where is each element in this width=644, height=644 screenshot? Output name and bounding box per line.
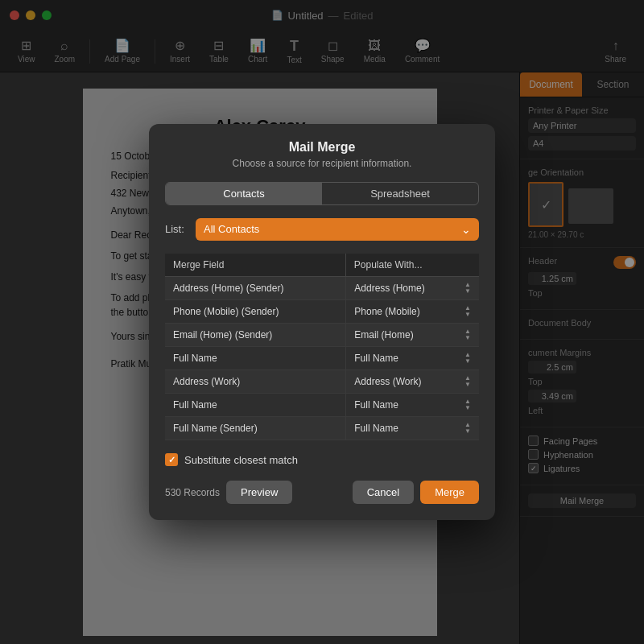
merge-field-cell: Address (Work) — [165, 370, 345, 394]
substitute-label: Substitute closest match — [184, 454, 298, 466]
merge-field-cell: Full Name — [165, 394, 345, 417]
stepper-icon[interactable]: ▲▼ — [464, 352, 471, 365]
populate-with-cell[interactable]: Full Name▲▼ — [345, 394, 479, 417]
stepper-icon[interactable]: ▲▼ — [464, 328, 471, 341]
list-label: List: — [165, 223, 189, 235]
table-row: Full NameFull Name▲▼ — [165, 394, 479, 417]
dialog-title: Mail Merge — [165, 140, 479, 155]
modal-overlay: Mail Merge Choose a source for recipient… — [0, 0, 644, 644]
merge-field-cell: Full Name (Sender) — [165, 417, 345, 440]
preview-button[interactable]: Preview — [226, 481, 292, 504]
merge-field-cell: Email (Home) (Sender) — [165, 324, 345, 347]
table-row: Full NameFull Name▲▼ — [165, 347, 479, 370]
populate-with-cell[interactable]: Address (Work)▲▼ — [345, 370, 479, 394]
records-count: 530 Records — [165, 487, 220, 498]
stepper-icon[interactable]: ▲▼ — [464, 398, 471, 411]
substitute-checkbox[interactable] — [165, 453, 178, 466]
merge-button[interactable]: Merge — [420, 481, 479, 504]
col-merge-field: Merge Field — [165, 254, 345, 277]
cancel-button[interactable]: Cancel — [353, 481, 414, 504]
populate-with-cell[interactable]: Email (Home)▲▼ — [345, 324, 479, 347]
table-row: Email (Home) (Sender)Email (Home)▲▼ — [165, 324, 479, 347]
table-row: Address (Home) (Sender)Address (Home)▲▼ — [165, 276, 479, 300]
table-row: Address (Work)Address (Work)▲▼ — [165, 370, 479, 394]
source-tabs: Contacts Spreadsheet — [165, 182, 479, 205]
merge-field-cell: Address (Home) (Sender) — [165, 276, 345, 300]
substitute-row: Substitute closest match — [165, 453, 479, 466]
stepper-icon[interactable]: ▲▼ — [464, 305, 471, 318]
tab-spreadsheet[interactable]: Spreadsheet — [322, 183, 478, 204]
list-row: List: All Contacts ⌄ — [165, 218, 479, 241]
stepper-icon[interactable]: ▲▼ — [464, 282, 471, 295]
col-populate-with: Populate With... — [345, 254, 479, 277]
populate-with-cell[interactable]: Address (Home)▲▼ — [345, 277, 479, 300]
dialog-subtitle: Choose a source for recipient informatio… — [165, 158, 479, 169]
merge-field-cell: Full Name — [165, 347, 345, 370]
merge-field-cell: Phone (Mobile) (Sender) — [165, 300, 345, 324]
dialog-footer: 530 Records Preview Cancel Merge — [165, 481, 479, 504]
list-select-value: All Contacts — [204, 223, 259, 235]
populate-with-cell[interactable]: Full Name▲▼ — [345, 347, 479, 370]
merge-table: Merge Field Populate With... Address (Ho… — [165, 254, 479, 441]
table-row: Phone (Mobile) (Sender)Phone (Mobile)▲▼ — [165, 300, 479, 324]
stepper-icon[interactable]: ▲▼ — [464, 375, 471, 388]
populate-with-cell[interactable]: Full Name▲▼ — [345, 417, 479, 440]
stepper-icon[interactable]: ▲▼ — [464, 422, 471, 435]
tab-contacts[interactable]: Contacts — [166, 183, 322, 204]
list-select-arrow-icon: ⌄ — [461, 223, 471, 236]
table-row: Full Name (Sender)Full Name▲▼ — [165, 417, 479, 440]
populate-with-cell[interactable]: Phone (Mobile)▲▼ — [345, 300, 479, 324]
mail-merge-dialog: Mail Merge Choose a source for recipient… — [149, 124, 495, 521]
list-select[interactable]: All Contacts ⌄ — [196, 218, 479, 241]
